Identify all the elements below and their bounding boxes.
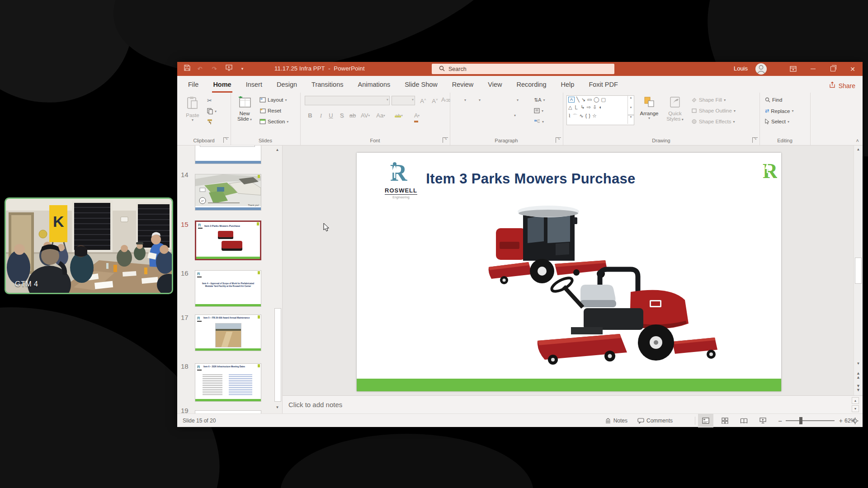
text-direction-button[interactable]: ⇅A▾ <box>534 97 545 103</box>
zoom-slider-thumb[interactable] <box>799 417 802 424</box>
notes-scroll-up[interactable]: ▲ <box>852 397 859 404</box>
slide-edit-area[interactable]: R ROSWELL Engineering Item 3 Parks Mower… <box>283 145 854 395</box>
share-button[interactable]: Share <box>829 82 855 89</box>
clipboard-dialog-launcher[interactable] <box>223 137 229 143</box>
columns-button[interactable]: ▾ <box>504 112 513 120</box>
save-icon[interactable] <box>183 65 192 73</box>
tab-view[interactable]: View <box>481 76 509 93</box>
tab-insert[interactable]: Insert <box>239 76 269 93</box>
scroll-up-icon[interactable]: ▲ <box>854 147 863 151</box>
scrollbar-thumb[interactable] <box>274 308 281 402</box>
tab-animations[interactable]: Animations <box>350 76 397 93</box>
line-spacing-button[interactable]: ▾ <box>507 96 516 104</box>
copy-button[interactable]: ▾ <box>207 108 217 114</box>
tab-slide-show[interactable]: Slide Show <box>397 76 445 93</box>
numbering-button[interactable]: ▾ <box>469 96 478 104</box>
slide-indicator[interactable]: Slide 15 of 20 <box>183 414 216 427</box>
thumbnail-slide-13-partial[interactable] <box>195 145 261 164</box>
webcam-overlay[interactable]: K <box>5 197 173 294</box>
reset-button[interactable]: Reset <box>259 108 281 113</box>
tab-help[interactable]: Help <box>554 76 582 93</box>
minimize-button[interactable] <box>803 62 823 76</box>
align-text-button[interactable]: ▾ <box>534 108 543 113</box>
account-name[interactable]: Louis <box>734 65 748 72</box>
reading-view-button[interactable] <box>736 414 751 427</box>
customize-qat-icon[interactable]: ▾ <box>238 65 247 73</box>
close-button[interactable]: ✕ <box>843 62 863 76</box>
fit-slide-to-window-icon[interactable] <box>852 414 865 427</box>
shape-effects-button[interactable]: Shape Effects▾ <box>691 119 735 124</box>
scroll-up-icon[interactable]: ▲ <box>274 146 281 154</box>
font-name-combo[interactable] <box>305 96 390 105</box>
shapes-gallery-scroll[interactable]: ▴▾▾ <box>627 96 634 124</box>
tab-review[interactable]: Review <box>445 76 481 93</box>
tab-recording[interactable]: Recording <box>509 76 553 93</box>
main-vertical-scrollbar[interactable]: ▲ ▼ ▲▲ ▼▼ <box>854 145 863 395</box>
comments-toggle[interactable]: Comments <box>637 414 673 427</box>
start-slideshow-icon[interactable] <box>224 65 233 73</box>
tab-home[interactable]: Home <box>206 76 238 93</box>
shape-fill-button[interactable]: Shape Fill▾ <box>691 97 726 103</box>
scroll-down-icon[interactable]: ▼ <box>274 404 281 411</box>
character-spacing-button[interactable]: AV▾ <box>361 111 370 121</box>
paragraph-dialog-launcher[interactable] <box>556 137 561 143</box>
zoom-out-button[interactable]: − <box>778 414 782 427</box>
layout-button[interactable]: Layout▾ <box>259 97 287 103</box>
arrange-button[interactable]: Arrange ▾ <box>637 95 661 120</box>
notes-scroll-down[interactable]: ▼ <box>852 405 859 412</box>
next-slide-icon[interactable]: ▼▼ <box>854 384 863 392</box>
avatar[interactable] <box>755 63 767 75</box>
font-color-button[interactable]: A▾ <box>412 111 421 121</box>
tab-transitions[interactable]: Transitions <box>304 76 350 93</box>
font-size-combo[interactable] <box>392 96 415 105</box>
cut-button[interactable]: ✂ <box>207 97 212 104</box>
underline-button[interactable]: U <box>326 111 335 121</box>
mowers-image[interactable] <box>479 198 741 379</box>
font-dialog-launcher[interactable] <box>443 137 448 143</box>
search-input[interactable]: Search <box>432 64 614 74</box>
align-center-button[interactable] <box>466 112 475 120</box>
section-button[interactable]: Section▾ <box>259 119 288 124</box>
redo-icon[interactable]: ↷ <box>210 65 219 73</box>
clear-formatting-button[interactable]: A⌫ <box>441 95 450 105</box>
justify-button[interactable] <box>490 112 499 120</box>
grow-font-button[interactable]: A˄ <box>419 95 428 105</box>
replace-button[interactable]: ⇄ Replace▾ <box>765 108 793 114</box>
italic-button[interactable]: I <box>316 111 326 121</box>
find-button[interactable]: Find <box>765 97 782 103</box>
undo-icon[interactable]: ↶ <box>195 65 204 73</box>
change-case-button[interactable]: Aa▾ <box>376 111 385 121</box>
collapse-ribbon-icon[interactable]: ˄ <box>856 138 859 143</box>
convert-smartart-button[interactable]: ▾ <box>534 119 544 124</box>
quick-styles-button[interactable]: Quick Styles ▾ <box>663 95 687 122</box>
slideshow-view-button[interactable] <box>755 414 770 427</box>
thumbnail-slide-18[interactable]: R Item 6 – 2026 Infrastructure Meeting D… <box>195 363 261 402</box>
zoom-in-button[interactable]: + <box>839 414 843 427</box>
align-right-button[interactable] <box>478 112 487 120</box>
paste-button[interactable]: Paste ▾ <box>181 95 204 122</box>
thumbnail-slide-16[interactable]: R Item 4 – Approval of Scope of Work for… <box>195 270 261 307</box>
format-painter-button[interactable] <box>207 119 213 125</box>
strikethrough-button[interactable]: ab <box>348 111 357 121</box>
slide-title[interactable]: Item 3 Parks Mowers Purchase <box>425 171 637 187</box>
ribbon-display-options-icon[interactable] <box>783 62 803 76</box>
restore-button[interactable] <box>823 62 843 76</box>
tab-file[interactable]: File <box>181 76 206 93</box>
normal-view-button[interactable] <box>698 414 713 427</box>
thumbnail-slide-15-selected[interactable]: R Item 3 Parks Mowers Purchase <box>195 221 261 260</box>
shape-outline-button[interactable]: Shape Outline▾ <box>691 108 736 113</box>
drawing-dialog-launcher[interactable] <box>752 137 758 143</box>
highlight-color-button[interactable]: ab▾ <box>394 111 403 121</box>
new-slide-button[interactable]: New Slide ▾ <box>233 95 256 122</box>
bold-button[interactable]: B <box>306 111 315 121</box>
increase-indent-button[interactable] <box>495 96 504 104</box>
thumbnail-slide-14[interactable]: 27 Thank you! <box>195 174 261 211</box>
slide-sorter-view-button[interactable] <box>717 414 732 427</box>
shapes-gallery[interactable]: A╲↘▭◯▢ △㇄↳⇨⇩◖ ⌇⌒∿{}☆ ▴▾▾ <box>566 95 634 125</box>
zoom-slider[interactable] <box>786 414 835 427</box>
decrease-indent-button[interactable] <box>484 96 493 104</box>
text-shadow-button[interactable]: S <box>337 111 346 121</box>
thumbnail-pane-scrollbar[interactable]: ▲ ▼ <box>274 145 281 413</box>
notes-toggle[interactable]: Notes <box>605 414 627 427</box>
notes-panel[interactable]: Click to add notes ▲ ▼ <box>283 395 863 413</box>
